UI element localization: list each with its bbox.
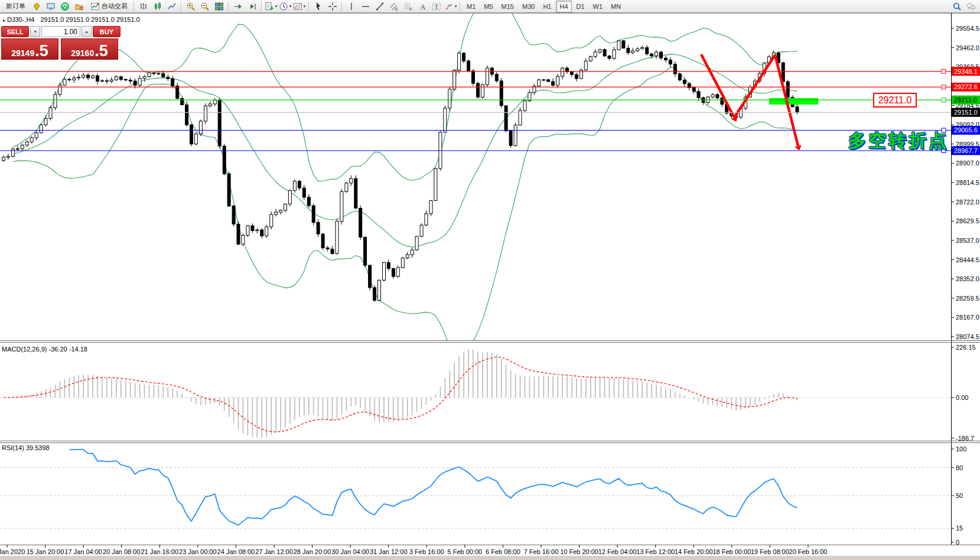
hline-handle (942, 85, 946, 89)
chart-title-bar: ▸DJ30-,H429151.0 29151.0 29151.0 29151.0 (3, 16, 140, 23)
main-price-pane (2, 0, 819, 363)
line-chart-icon[interactable] (165, 0, 179, 13)
candlesticks (2, 41, 799, 301)
svg-text:29211.0: 29211.0 (954, 96, 977, 103)
crosshair-icon[interactable] (325, 0, 340, 13)
macd-indicator-label: MACD(12,26,9) -36.20 -14.18 (2, 346, 87, 353)
svg-text:80: 80 (956, 464, 963, 471)
rsi-indicator-label: RSI(14) 39.5398 (2, 444, 50, 451)
chart-symbol-period: DJ30-,H4 (7, 16, 34, 23)
svg-text:29348.1: 29348.1 (954, 68, 978, 75)
text-icon[interactable]: A (415, 0, 429, 13)
svg-text:19 Feb 08:00: 19 Feb 08:00 (751, 548, 789, 555)
history-center-icon[interactable] (72, 0, 86, 13)
svg-text:30 Jan 04:00: 30 Jan 04:00 (331, 548, 369, 555)
trendline-icon[interactable] (373, 0, 387, 13)
rsi-line (69, 450, 797, 525)
signals-icon[interactable] (58, 0, 72, 13)
periods-icon[interactable]: ▾ (278, 0, 292, 13)
price-callout-box: 29211.0 (873, 93, 917, 108)
hline-handle (942, 69, 946, 73)
timeframe-button-mn[interactable]: MN (607, 1, 624, 12)
dropdown-caret-icon[interactable]: ▾ (289, 4, 291, 9)
rsi-pane (0, 450, 951, 528)
fibonacci-icon[interactable]: F (401, 0, 415, 13)
toolbar-separator (460, 2, 461, 11)
svg-text:28444.5: 28444.5 (956, 256, 979, 263)
toolbar-separator (134, 2, 135, 11)
templates-icon[interactable]: ▾ (292, 0, 307, 13)
one-click-trading-panel: SELL ▼ ▲ BUY 29149 .5 29160 .5 (1, 26, 121, 60)
dropdown-caret-icon[interactable]: ▾ (303, 4, 305, 9)
toolbar-separator (261, 2, 262, 11)
buy-price-display[interactable]: 29160 .5 (61, 38, 118, 60)
chart-canvas[interactable]: 29554.529462.029369.529277.029184.529092… (0, 0, 980, 560)
chart-shift-icon[interactable] (245, 0, 259, 13)
lot-increase-button[interactable]: ▲ (82, 26, 92, 37)
svg-text:7 Feb 16:00: 7 Feb 16:00 (524, 548, 559, 555)
svg-text:28967.7: 28967.7 (954, 147, 978, 154)
chat-icon[interactable] (964, 0, 978, 13)
timeframe-button-m1[interactable]: M1 (463, 1, 479, 12)
autotrading-button[interactable]: 自动交易 (86, 0, 132, 13)
timeframe-button-w1[interactable]: W1 (590, 1, 607, 12)
zoom-out-icon[interactable] (198, 0, 212, 13)
sell-price-display[interactable]: 29149 .5 (1, 38, 58, 60)
svg-text:29554.5: 29554.5 (956, 25, 979, 32)
equidistant-channel-icon[interactable]: E (387, 0, 401, 13)
horizontal-line-icon[interactable] (359, 0, 373, 13)
sell-button[interactable]: SELL (1, 26, 29, 37)
market-watch-icon[interactable] (30, 0, 44, 13)
svg-text:F: F (410, 7, 412, 11)
svg-text:20 Feb 16:00: 20 Feb 16:00 (789, 548, 828, 555)
buy-button[interactable]: BUY (93, 26, 121, 37)
cursor-icon[interactable] (311, 0, 325, 13)
lot-decrease-button[interactable]: ▼ (30, 26, 40, 37)
svg-text:28629.5: 28629.5 (956, 217, 979, 224)
bollinger-upper-band (13, 0, 797, 181)
toolbar-separator (308, 2, 310, 11)
buy-price-dec: .5 (95, 44, 108, 58)
bar-chart-icon[interactable] (136, 0, 151, 13)
dropdown-caret-icon[interactable]: ▾ (454, 4, 457, 9)
trend-arrow-segment (701, 54, 734, 118)
svg-text:29065.6: 29065.6 (954, 126, 978, 134)
trend-arrow-segment (734, 55, 775, 118)
zoom-in-icon[interactable] (184, 0, 198, 13)
svg-text:-186.7: -186.7 (956, 435, 974, 442)
indicators-icon[interactable]: ▾ (264, 0, 278, 13)
svg-text:15: 15 (956, 525, 963, 532)
sell-price-int: 29149 (11, 48, 34, 58)
arrows-icon[interactable]: ▾ (444, 0, 458, 13)
text-label-icon[interactable]: T (429, 0, 444, 13)
svg-text:0: 0 (956, 539, 959, 546)
timeframe-button-d1[interactable]: D1 (573, 1, 588, 12)
toolbar-separator (228, 2, 229, 11)
svg-text:28722.0: 28722.0 (956, 198, 979, 206)
macd-histogram (4, 350, 797, 438)
timeframe-button-m30[interactable]: M30 (519, 1, 538, 12)
new-order-button[interactable]: 新订单 (2, 0, 30, 13)
timeframe-button-h1[interactable]: H1 (539, 1, 555, 12)
tile-windows-icon[interactable] (212, 0, 226, 13)
svg-text:12 Feb 04:00: 12 Feb 04:00 (598, 548, 637, 555)
timeframe-button-m5[interactable]: M5 (480, 1, 496, 12)
lot-size-input[interactable] (41, 26, 80, 37)
data-window-icon[interactable] (44, 0, 58, 13)
svg-text:28814.5: 28814.5 (956, 179, 979, 186)
svg-text:0.00: 0.00 (956, 394, 968, 401)
vertical-line-icon[interactable] (344, 0, 359, 13)
svg-text:28074.5: 28074.5 (956, 333, 979, 340)
dropdown-caret-icon[interactable]: ▾ (275, 4, 277, 9)
timeframe-button-m15[interactable]: M15 (498, 1, 517, 12)
toolbar-separator (341, 2, 343, 11)
auto-scroll-icon[interactable] (231, 0, 245, 13)
search-icon[interactable] (950, 0, 964, 13)
svg-text:50: 50 (956, 492, 963, 499)
candlestick-chart-icon[interactable] (151, 0, 165, 13)
support-highlight-bar (769, 98, 818, 105)
svg-text:20 Jan 08:00: 20 Jan 08:00 (103, 548, 141, 555)
svg-text:13 Feb 12:00: 13 Feb 12:00 (636, 548, 675, 555)
svg-text:21 Jan 16:00: 21 Jan 16:00 (141, 548, 178, 555)
timeframe-button-h4[interactable]: H4 (556, 1, 571, 12)
